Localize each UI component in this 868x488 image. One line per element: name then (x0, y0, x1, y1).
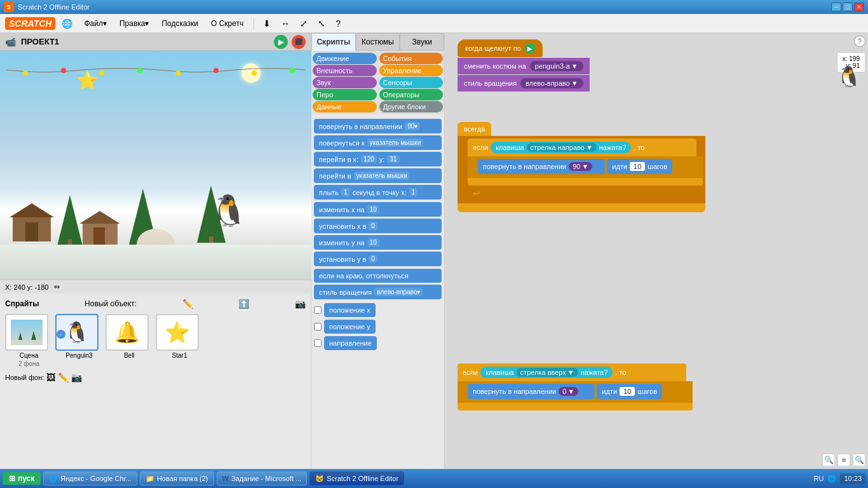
cat-pen[interactable]: Перо (313, 89, 377, 100)
help-icon[interactable]: ? (854, 36, 865, 47)
costume-text: сменить костюм на (464, 62, 526, 70)
cat-looks[interactable]: Внешность (313, 65, 377, 76)
scripts-area[interactable]: ? х: 199 у: 91 🐧 когда щелкнут по ▶ смен… (445, 33, 868, 469)
globe-icon[interactable]: 🌐 (58, 17, 76, 30)
block-goto-mouse[interactable]: перейти в указатель мышки (314, 168, 442, 183)
block-change-y[interactable]: изменить у на 10 (314, 235, 442, 250)
check-direction[interactable] (314, 339, 322, 347)
green-flag-button[interactable]: ▶ (274, 35, 288, 49)
cat-control[interactable]: Управление (379, 65, 444, 76)
cat-events[interactable]: События (379, 53, 444, 64)
about-menu[interactable]: О Скретч (206, 17, 248, 30)
block-goto-xy[interactable]: перейти в x: 120 у: 31 (314, 152, 442, 166)
tab-scripts[interactable]: Скрипты (311, 33, 356, 51)
sprite-star[interactable]: ⭐ Star1 (156, 314, 203, 367)
window-title: Scratch 2 Offline Editor (18, 3, 831, 11)
cat-more[interactable]: Другие блоки (379, 101, 444, 112)
when-flag-block[interactable]: когда щелкнут по ▶ (458, 39, 543, 57)
stage-coords: X: 240 у: -180 ⇔ (0, 280, 311, 294)
zoom-reset-button[interactable]: = (837, 454, 850, 466)
zoom-out-button[interactable]: 🔍 (853, 454, 865, 466)
block-glide[interactable]: плыть 1 секунд в точку х: 1 (314, 185, 442, 200)
turn-0-block[interactable]: повернуть в направлении 0 ▼ (468, 384, 595, 399)
block-pos-y[interactable]: положение у (324, 320, 376, 334)
costume-arrow: ▼ (571, 62, 578, 70)
upload-icon[interactable]: ⬆️ (238, 299, 249, 309)
move-up-text: идти (602, 388, 617, 395)
bg-camera-icon[interactable]: 📷 (71, 372, 82, 383)
key-up-dropdown[interactable]: стрелка вверх ▼ (517, 368, 578, 377)
move-up-block[interactable]: идти 10 шагов (597, 384, 662, 399)
block-turn-direction[interactable]: повернуть в направлении 90▾ (314, 119, 442, 133)
file-menu[interactable]: Файл▾ (79, 17, 112, 30)
cat-motion[interactable]: Движение (313, 53, 377, 64)
zoom-in-button[interactable]: 🔍 (822, 454, 835, 466)
forever-block[interactable]: всегда (458, 122, 491, 136)
turn-0-value: 0 (562, 388, 566, 395)
cat-sensing[interactable]: Сенсоры (379, 77, 444, 88)
tab-sounds[interactable]: Звуки (400, 33, 444, 51)
start-button[interactable]: ⊞ пуск (3, 472, 41, 485)
cat-operators[interactable]: Операторы (379, 89, 444, 100)
block-bounce[interactable]: если на краю, оттолкнуться (314, 269, 442, 283)
maximize-button[interactable]: □ (843, 3, 853, 11)
move-10-block[interactable]: идти 10 шагов (607, 159, 672, 174)
block-turn-to[interactable]: повернуться к указатель мышки (314, 135, 442, 150)
check-pos-x[interactable] (314, 306, 322, 314)
key-sensing[interactable]: клавиша стрелка направо ▼ нажата? (491, 142, 631, 153)
turn-dropdown[interactable]: 90 ▼ (569, 162, 592, 171)
taskbar-folder[interactable]: 📁 Новая папка (2) (140, 471, 214, 485)
camera-icon[interactable]: 📷 (295, 299, 306, 309)
edit-menu[interactable]: Правка▾ (114, 17, 154, 30)
check-pos-y[interactable] (314, 323, 322, 330)
block-change-x[interactable]: изменить х на 10 (314, 202, 442, 217)
taskbar-word[interactable]: W Задание - Microsoft ... (217, 471, 308, 485)
left-panel: 📹 ПРОЕКТ1 ▶ ⬛ (0, 33, 311, 469)
info-badge: i (57, 330, 65, 339)
start-label: пуск (18, 474, 34, 483)
arrows-icon[interactable]: ↔ (277, 17, 294, 30)
rotation-style-block[interactable]: стиль вращения влево-вправо ▼ (458, 75, 590, 92)
sprite-bell[interactable]: 🔔 Bell (105, 314, 153, 367)
snow-ground (0, 245, 311, 280)
key-up-sensing[interactable]: клавиша стрелка вверх ▼ нажата? (480, 367, 613, 378)
block-val-rotation: влево-вправо▾ (374, 288, 423, 296)
download-icon[interactable]: ⬇ (259, 17, 275, 30)
paint-icon[interactable]: ✏️ (182, 299, 193, 309)
hints-menu[interactable]: Подсказки (156, 17, 203, 30)
chrome-icon: 🌐 (49, 475, 58, 483)
taskbar-chrome[interactable]: 🌐 Яндекс - Google Chr... (43, 471, 137, 485)
bg-pencil-icon[interactable]: ✏️ (58, 372, 69, 383)
sprite-penguin[interactable]: 🐧 Penguin3 i (55, 314, 103, 367)
turn-0-dropdown[interactable]: 0 ▼ (559, 387, 578, 396)
block-direction[interactable]: направление (324, 336, 377, 350)
if-right-block[interactable]: если клавиша стрелка направо ▼ нажата? ,… (468, 139, 696, 156)
bg-paint-icon[interactable]: 🖼 (46, 372, 55, 383)
turn-90-block[interactable]: повернуть в направлении 90 ▼ (478, 159, 605, 174)
stop-button[interactable]: ⬛ (292, 35, 306, 49)
resize2-icon[interactable]: ⤡ (314, 17, 329, 30)
block-set-y[interactable]: установить у в 0 (314, 252, 442, 266)
if-up-block[interactable]: если клавиша стрелка вверх ▼ нажата? , т… (458, 363, 686, 381)
cat-data[interactable]: Данные (313, 101, 377, 112)
key-dropdown[interactable]: стрелка направо ▼ (527, 143, 597, 152)
block-set-x[interactable]: установить х в 0 (314, 219, 442, 233)
cat-sound[interactable]: Звук (313, 77, 377, 88)
taskbar-scratch[interactable]: 🐱 Scratch 2 Offline Editor (309, 471, 404, 485)
block-pos-x[interactable]: положение х (324, 303, 376, 317)
tab-costumes[interactable]: Костюмы (356, 33, 400, 51)
turn-arrow: ▼ (581, 163, 588, 170)
close-button[interactable]: ✕ (854, 3, 864, 11)
key-label: клавиша (496, 144, 524, 151)
resize-icon[interactable]: ⤢ (296, 17, 311, 30)
if-up-text: если (463, 369, 478, 376)
right-panel: ? х: 199 у: 91 🐧 когда щелкнут по ▶ смен… (445, 33, 868, 469)
rotation-dropdown[interactable]: влево-вправо ▼ (520, 78, 583, 88)
sprite-scene[interactable]: Сцена 2 фона (5, 314, 53, 367)
minimize-button[interactable]: ─ (831, 3, 841, 11)
costume-dropdown[interactable]: penguin3-a ▼ (530, 61, 583, 71)
help-icon[interactable]: ? (332, 17, 344, 30)
resize-handle[interactable]: ⇔ (54, 283, 60, 291)
costume-block[interactable]: сменить костюм на penguin3-a ▼ (458, 58, 590, 74)
block-rotation-style[interactable]: стиль вращения влево-вправо▾ (314, 285, 442, 299)
